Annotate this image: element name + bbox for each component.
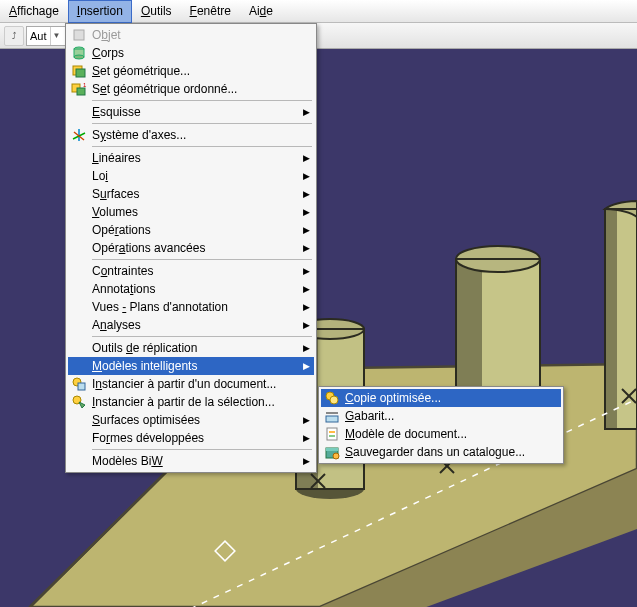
submenu-item-2[interactable]: Modèle de document... xyxy=(321,425,561,443)
svg-text:1: 1 xyxy=(83,82,87,88)
menu-affichage[interactable]: Affichage xyxy=(0,0,68,23)
submenu-arrow-icon: ▶ xyxy=(303,456,310,466)
submenu-arrow-icon: ▶ xyxy=(303,302,310,312)
menu-fenetre[interactable]: Fenêtre xyxy=(181,0,240,23)
blank-icon xyxy=(70,263,88,279)
menu-separator xyxy=(92,449,312,450)
submenu-item-label: Sauvegarder dans un catalogue... xyxy=(345,445,557,459)
cyl-3 xyxy=(605,201,637,429)
gabarit-icon xyxy=(323,408,341,424)
submenu-arrow-icon: ▶ xyxy=(303,361,310,371)
menu-item-label: Modèles BiW xyxy=(92,454,303,468)
menu-item-25[interactable]: Surfaces optimisées▶ xyxy=(68,411,314,429)
menu-item-label: Set géométrique ordonné... xyxy=(92,82,310,96)
blank-icon xyxy=(70,412,88,428)
svg-rect-30 xyxy=(76,69,85,77)
menu-insertion[interactable]: Insertion xyxy=(68,0,132,23)
instsel-icon xyxy=(70,394,88,410)
instdoc-icon xyxy=(70,376,88,392)
menu-item-21[interactable]: Outils de réplication▶ xyxy=(68,339,314,357)
toolbar-button-1[interactable]: ⤴︎ xyxy=(4,26,24,46)
menu-item-12[interactable]: Volumes▶ xyxy=(68,203,314,221)
menu-item-label: Opérations avancées xyxy=(92,241,303,255)
svg-point-50 xyxy=(333,453,339,459)
blank-icon xyxy=(70,240,88,256)
menu-bar: Affichage Insertion Outils Fenêtre Aide xyxy=(0,0,637,23)
menu-item-24[interactable]: Instancier à partir de la sélection... xyxy=(68,393,314,411)
toolbar-arrow-icon: ⤴︎ xyxy=(12,31,17,41)
chevron-down-icon: ▼ xyxy=(50,27,63,45)
menu-item-0: Objet xyxy=(68,26,314,44)
blank-icon xyxy=(70,204,88,220)
axes-icon xyxy=(70,127,88,143)
svg-rect-49 xyxy=(326,448,338,451)
submenu-item-label: Gabarit... xyxy=(345,409,557,423)
setgeoord-icon: 1 xyxy=(70,81,88,97)
submenu-arrow-icon: ▶ xyxy=(303,171,310,181)
submenu-item-label: Modèle de document... xyxy=(345,427,557,441)
menu-separator xyxy=(92,123,312,124)
menu-item-label: Objet xyxy=(92,28,310,42)
menu-item-label: Set géométrique... xyxy=(92,64,310,78)
blank-icon xyxy=(70,168,88,184)
menu-item-22[interactable]: Modèles intelligents▶ xyxy=(68,357,314,375)
menu-item-16[interactable]: Contraintes▶ xyxy=(68,262,314,280)
menu-outils[interactable]: Outils xyxy=(132,0,181,23)
toolbar-combo-1[interactable]: Aut ▼ xyxy=(26,26,68,46)
menu-item-label: Vues - Plans d'annotation xyxy=(92,300,303,314)
menu-separator xyxy=(92,100,312,101)
menu-item-28[interactable]: Modèles BiW▶ xyxy=(68,452,314,470)
menu-item-13[interactable]: Opérations▶ xyxy=(68,221,314,239)
svg-rect-25 xyxy=(74,30,84,40)
submenu-item-1[interactable]: Gabarit... xyxy=(321,407,561,425)
svg-point-42 xyxy=(330,396,338,404)
menu-item-23[interactable]: Instancier à partir d'un document... xyxy=(68,375,314,393)
submenu-item-3[interactable]: Sauvegarder dans un catalogue... xyxy=(321,443,561,461)
blank-icon xyxy=(70,358,88,374)
svg-rect-45 xyxy=(327,428,337,440)
menu-item-11[interactable]: Surfaces▶ xyxy=(68,185,314,203)
menu-item-14[interactable]: Opérations avancées▶ xyxy=(68,239,314,257)
blank-icon xyxy=(70,317,88,333)
menu-item-3[interactable]: 1Set géométrique ordonné... xyxy=(68,80,314,98)
svg-rect-44 xyxy=(326,416,338,422)
toolbar-combo-value: Aut xyxy=(30,30,47,42)
copieopt-icon xyxy=(323,390,341,406)
submenu-arrow-icon: ▶ xyxy=(303,433,310,443)
submenu-item-0[interactable]: Copie optimisée... xyxy=(321,389,561,407)
svg-rect-38 xyxy=(78,383,85,390)
menu-item-17[interactable]: Annotations▶ xyxy=(68,280,314,298)
menu-separator xyxy=(92,336,312,337)
menu-item-label: Corps xyxy=(92,46,310,60)
blank-icon xyxy=(70,340,88,356)
menu-item-label: Système d'axes... xyxy=(92,128,310,142)
menu-item-label: Analyses xyxy=(92,318,303,332)
svg-rect-47 xyxy=(329,435,335,437)
blank-icon xyxy=(70,222,88,238)
menu-item-2[interactable]: Set géométrique... xyxy=(68,62,314,80)
submenu-arrow-icon: ▶ xyxy=(303,225,310,235)
menu-separator xyxy=(92,259,312,260)
blank-icon xyxy=(70,299,88,315)
blank-icon xyxy=(70,281,88,297)
menu-item-label: Formes développées xyxy=(92,431,303,445)
menu-item-1[interactable]: Corps xyxy=(68,44,314,62)
submenu-arrow-icon: ▶ xyxy=(303,284,310,294)
svg-rect-43 xyxy=(326,412,338,414)
blank-icon xyxy=(70,150,88,166)
menu-item-19[interactable]: Analyses▶ xyxy=(68,316,314,334)
menu-item-10[interactable]: Loi▶ xyxy=(68,167,314,185)
svg-rect-15 xyxy=(605,209,617,429)
modeldoc-icon xyxy=(323,426,341,442)
menu-item-26[interactable]: Formes développées▶ xyxy=(68,429,314,447)
menu-item-label: Esquisse xyxy=(92,105,303,119)
submenu-arrow-icon: ▶ xyxy=(303,153,310,163)
setgeo-icon xyxy=(70,63,88,79)
menu-item-9[interactable]: Linéaires▶ xyxy=(68,149,314,167)
menu-item-5[interactable]: Esquisse▶ xyxy=(68,103,314,121)
modeles-intelligents-submenu: Copie optimisée...Gabarit...Modèle de do… xyxy=(318,386,564,464)
blank-icon xyxy=(70,430,88,446)
menu-item-18[interactable]: Vues - Plans d'annotation▶ xyxy=(68,298,314,316)
menu-aide[interactable]: Aide xyxy=(240,0,282,23)
menu-item-7[interactable]: Système d'axes... xyxy=(68,126,314,144)
